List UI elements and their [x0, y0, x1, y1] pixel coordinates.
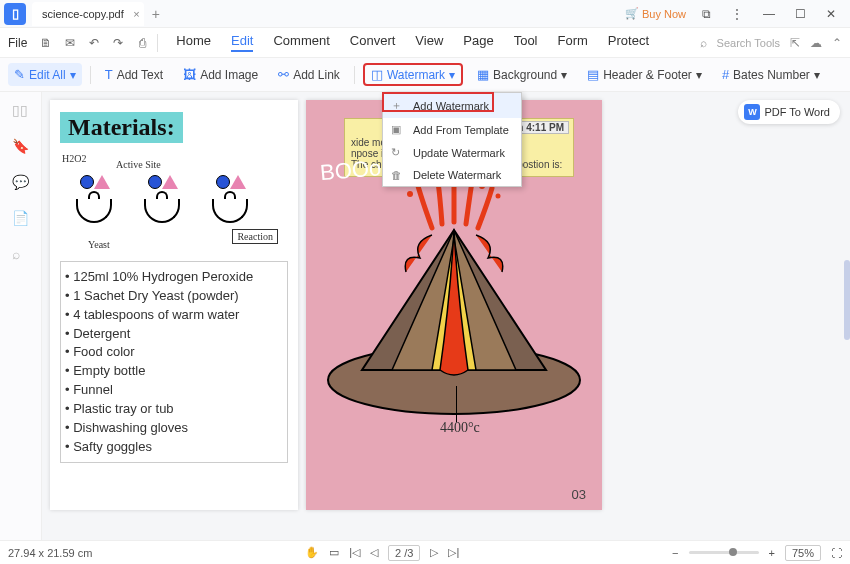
- menu-page[interactable]: Page: [463, 33, 493, 52]
- file-menu[interactable]: File: [8, 36, 27, 50]
- page-indicator[interactable]: 2 /3: [388, 545, 420, 561]
- menu-comment[interactable]: Comment: [273, 33, 329, 52]
- molecule-diagram: H2O2 Active Site Yeast Reaction: [60, 149, 288, 259]
- notification-icon[interactable]: ⧉: [698, 5, 715, 23]
- chevron-down-icon: ▾: [449, 68, 455, 82]
- add-from-template-item[interactable]: ▣Add From Template: [383, 118, 521, 141]
- zoom-slider[interactable]: [689, 551, 759, 554]
- menu-edit[interactable]: Edit: [231, 33, 253, 52]
- background-button[interactable]: ▦Background▾: [471, 63, 573, 86]
- bates-number-button[interactable]: #Bates Number▾: [716, 63, 826, 86]
- search-panel-icon[interactable]: ⌕: [12, 246, 30, 264]
- bates-icon: #: [722, 67, 729, 82]
- list-item: Dishwashing gloves: [65, 419, 281, 438]
- zoom-value[interactable]: 75%: [785, 545, 821, 561]
- title-bar: ▯ science-copy.pdf × + 🛒 Buy Now ⧉ ⋮ — ☐…: [0, 0, 850, 28]
- list-item: Safty goggles: [65, 438, 281, 457]
- close-tab-icon[interactable]: ×: [133, 8, 139, 20]
- more-icon[interactable]: ⋮: [727, 5, 747, 23]
- svg-point-7: [496, 194, 501, 199]
- separator: [157, 34, 158, 52]
- attachments-icon[interactable]: 📄: [12, 210, 30, 228]
- dd-label: Add Watermark: [413, 100, 489, 112]
- save-icon[interactable]: 🗎: [37, 34, 55, 52]
- buy-now-label: Buy Now: [642, 8, 686, 20]
- menu-view[interactable]: View: [415, 33, 443, 52]
- ingredients-list: 125ml 10% Hydrogen Peroxide 1 Sachet Dry…: [65, 268, 281, 456]
- pencil-icon: ✎: [14, 67, 25, 82]
- bookmarks-icon[interactable]: 🔖: [12, 138, 30, 156]
- template-icon: ▣: [391, 123, 405, 136]
- first-page-icon[interactable]: |◁: [349, 546, 360, 559]
- separator: [90, 66, 91, 84]
- menu-home[interactable]: Home: [176, 33, 211, 52]
- bates-number-label: Bates Number: [733, 68, 810, 82]
- dd-label: Delete Watermark: [413, 169, 501, 181]
- menu-bar: File 🗎 ✉ ↶ ↷ ⎙ Home Edit Comment Convert…: [0, 28, 850, 58]
- header-footer-label: Header & Footer: [603, 68, 692, 82]
- add-link-button[interactable]: ⚯Add Link: [272, 63, 346, 86]
- print-icon[interactable]: ⎙: [133, 34, 151, 52]
- plus-icon: ＋: [391, 98, 405, 113]
- menu-form[interactable]: Form: [558, 33, 588, 52]
- redo-icon[interactable]: ↷: [109, 34, 127, 52]
- new-tab-button[interactable]: +: [152, 6, 160, 22]
- share-icon[interactable]: ⇱: [790, 36, 800, 50]
- add-watermark-item[interactable]: ＋Add Watermark: [383, 93, 521, 118]
- watermark-button[interactable]: ◫Watermark▾: [363, 63, 463, 86]
- scrollbar-thumb[interactable]: [844, 260, 850, 340]
- undo-icon[interactable]: ↶: [85, 34, 103, 52]
- next-page-icon[interactable]: ▷: [430, 546, 438, 559]
- maximize-button[interactable]: ☐: [791, 5, 810, 23]
- header-footer-button[interactable]: ▤Header & Footer▾: [581, 63, 708, 86]
- temp-pointer: [456, 386, 457, 422]
- mail-icon[interactable]: ✉: [61, 34, 79, 52]
- page-1: Materials: H2O2 Active Site Yeast Reacti…: [50, 100, 298, 510]
- comments-icon[interactable]: 💬: [12, 174, 30, 192]
- list-item: 125ml 10% Hydrogen Peroxide: [65, 268, 281, 287]
- chevron-down-icon: ▾: [70, 68, 76, 82]
- hand-tool-icon[interactable]: ✋: [305, 546, 319, 559]
- app-icon: ▯: [4, 3, 26, 25]
- list-item: 4 tablespoons of warm water: [65, 306, 281, 325]
- menu-protect[interactable]: Protect: [608, 33, 649, 52]
- add-text-button[interactable]: TAdd Text: [99, 63, 169, 86]
- add-text-label: Add Text: [117, 68, 163, 82]
- list-item: Food color: [65, 343, 281, 362]
- update-watermark-item[interactable]: ↻Update Watermark: [383, 141, 521, 164]
- h2o2-label: H2O2: [62, 153, 86, 164]
- search-icon[interactable]: ⌕: [700, 36, 707, 50]
- select-tool-icon[interactable]: ▭: [329, 546, 339, 559]
- zoom-in-icon[interactable]: +: [769, 547, 775, 559]
- fit-page-icon[interactable]: ⛶: [831, 547, 842, 559]
- background-icon: ▦: [477, 67, 489, 82]
- menu-tool[interactable]: Tool: [514, 33, 538, 52]
- trash-icon: 🗑: [391, 169, 405, 181]
- background-label: Background: [493, 68, 557, 82]
- side-rail: ▯▯ 🔖 💬 📄 ⌕: [0, 92, 42, 540]
- page-dimensions: 27.94 x 21.59 cm: [8, 547, 92, 559]
- edit-all-button[interactable]: ✎Edit All▾: [8, 63, 82, 86]
- materials-heading: Materials:: [60, 112, 183, 143]
- minimize-button[interactable]: —: [759, 5, 779, 23]
- volcano-illustration: [322, 180, 586, 420]
- prev-page-icon[interactable]: ◁: [370, 546, 378, 559]
- zoom-out-icon[interactable]: −: [672, 547, 678, 559]
- delete-watermark-item[interactable]: 🗑Delete Watermark: [383, 164, 521, 186]
- document-tab[interactable]: science-copy.pdf ×: [32, 2, 144, 26]
- page-number: 03: [572, 487, 586, 502]
- watermark-dropdown: ＋Add Watermark ▣Add From Template ↻Updat…: [382, 92, 522, 187]
- active-site-label: Active Site: [116, 159, 161, 170]
- chevron-up-icon[interactable]: ⌃: [832, 36, 842, 50]
- last-page-icon[interactable]: ▷|: [448, 546, 459, 559]
- chevron-down-icon: ▾: [561, 68, 567, 82]
- buy-now-link[interactable]: 🛒 Buy Now: [625, 7, 686, 20]
- close-window-button[interactable]: ✕: [822, 5, 840, 23]
- pdf-to-word-button[interactable]: W PDF To Word: [738, 100, 840, 124]
- cloud-icon[interactable]: ☁: [810, 36, 822, 50]
- thumbnails-icon[interactable]: ▯▯: [12, 102, 30, 120]
- add-image-button[interactable]: 🖼Add Image: [177, 63, 264, 86]
- menu-convert[interactable]: Convert: [350, 33, 396, 52]
- search-tools-input[interactable]: Search Tools: [717, 37, 780, 49]
- zoom-thumb[interactable]: [729, 548, 737, 556]
